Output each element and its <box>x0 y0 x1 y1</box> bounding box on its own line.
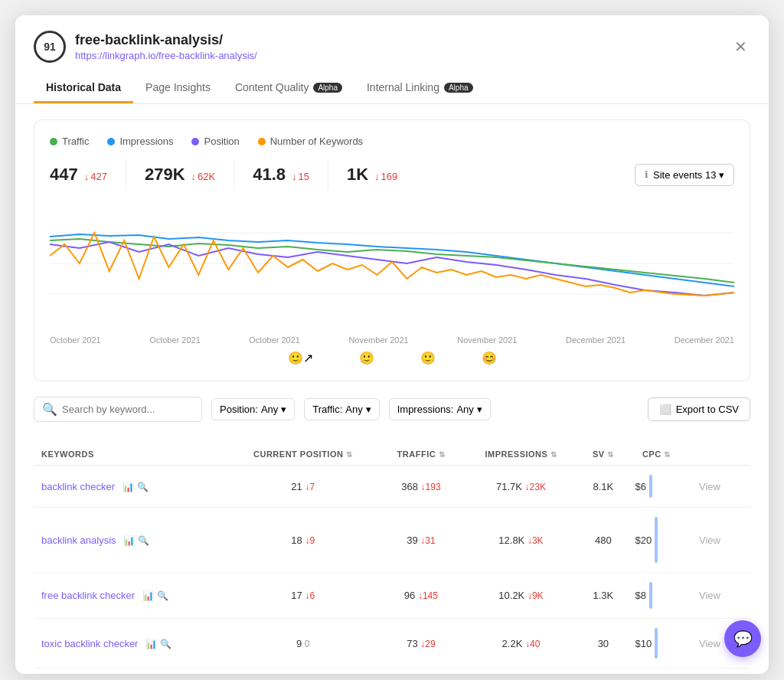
event-icon-2[interactable]: 🙂 <box>359 351 374 365</box>
chart-icon[interactable]: 📊 <box>145 639 157 649</box>
position-value: 18 <box>291 535 302 546</box>
traffic-change: ↓145 <box>418 590 438 601</box>
view-button[interactable]: View <box>693 635 727 652</box>
search-wrap[interactable]: 🔍 <box>34 397 202 422</box>
score-badge: 91 <box>34 31 66 63</box>
traffic-sort-icon[interactable]: ⇅ <box>439 450 446 459</box>
impressions-change: ↓40 <box>525 639 540 649</box>
col-sv: SV ⇅ <box>579 443 627 466</box>
position-value: 41.8 <box>253 165 286 185</box>
cpc-cell: $5 <box>628 669 685 675</box>
position-sort-icon[interactable]: ⇅ <box>346 450 353 459</box>
tab-historical-data[interactable]: Historical Data <box>34 74 133 103</box>
traffic-value: 368 <box>401 481 418 492</box>
traffic-value: 39 <box>407 535 417 546</box>
keyword-cell: backlink analysis 📊 🔍 <box>34 508 227 573</box>
search-icon[interactable]: 🔍 <box>137 482 149 492</box>
content-quality-badge: Alpha <box>313 83 342 93</box>
sv-value: 480 <box>595 535 612 546</box>
cpc-bar <box>649 582 652 609</box>
chat-button[interactable]: 💬 <box>724 620 761 657</box>
search-icon[interactable]: 🔍 <box>138 535 149 546</box>
tab-page-insights[interactable]: Page Insights <box>133 74 223 103</box>
keyword-link[interactable]: backlink analysis <box>41 535 116 546</box>
cpc-wrap: $8 <box>635 582 678 609</box>
keyword-cell: find toxic backlinks 📊 🔍 <box>34 669 227 675</box>
chart-area <box>50 202 734 325</box>
tab-internal-linking[interactable]: Internal Linking Alpha <box>354 74 485 103</box>
chart-legend: Traffic Impressions Position Number of K… <box>50 136 734 147</box>
modal-header: 91 free-backlink-analysis/ https://linkg… <box>15 15 769 104</box>
legend-impressions-dot <box>107 138 115 145</box>
export-button[interactable]: ⬜ Export to CSV <box>648 397 750 421</box>
view-button[interactable]: View <box>693 531 727 549</box>
position-filter-label: Position: <box>220 404 258 415</box>
event-icon-4[interactable]: 😊 <box>482 351 497 365</box>
sv-cell: 1.3K <box>579 573 627 619</box>
traffic-cell: 96 ↓145 <box>379 573 463 619</box>
traffic-change: ↓193 <box>421 482 441 492</box>
cpc-sort-icon[interactable]: ⇅ <box>664 450 671 459</box>
legend-keywords: Number of Keywords <box>258 136 363 147</box>
cpc-value: $10 <box>635 638 652 649</box>
tab-content-quality[interactable]: Content Quality Alpha <box>223 74 354 103</box>
chart-icon[interactable]: 📊 <box>122 482 134 492</box>
legend-position-label: Position <box>204 136 239 147</box>
filter-row: 🔍 Position: Any ▾ Traffic: Any ▾ Impress… <box>34 397 750 431</box>
cpc-wrap: $6 <box>635 475 678 498</box>
chart-icon[interactable]: 📊 <box>142 590 154 601</box>
sv-cell: 8.1K <box>579 466 627 508</box>
impressions-cell: 12.8K ↓3K <box>463 508 579 573</box>
header-top: 91 free-backlink-analysis/ https://linkg… <box>34 31 750 63</box>
col-keywords: KEYWORDS <box>34 443 227 466</box>
metric-position: 41.8 ↓15 <box>253 165 309 185</box>
impressions-sort-icon[interactable]: ⇅ <box>550 450 557 459</box>
view-button[interactable]: View <box>693 478 727 495</box>
cpc-cell: $6 <box>628 466 685 508</box>
legend-position: Position <box>191 136 239 147</box>
col-cpc: CPC ⇅ <box>628 443 685 466</box>
search-icon[interactable]: 🔍 <box>160 639 172 649</box>
export-icon: ⬜ <box>659 404 671 415</box>
search-input[interactable] <box>62 404 194 415</box>
chart-icon[interactable]: 📊 <box>123 535 135 546</box>
sv-sort-icon[interactable]: ⇅ <box>607 450 614 459</box>
impressions-cell: 2.2K ↓40 <box>463 619 579 669</box>
keyword-link[interactable]: free backlink checker <box>41 590 135 601</box>
event-icon-1[interactable]: 🙂↗ <box>288 351 313 365</box>
header-title-block: free-backlink-analysis/ https://linkgrap… <box>75 32 257 62</box>
traffic-filter[interactable]: Traffic: Any ▾ <box>304 398 379 420</box>
close-button[interactable]: ✕ <box>731 34 750 59</box>
search-icon: 🔍 <box>42 402 57 417</box>
event-icon-3[interactable]: 🙂 <box>420 351 436 365</box>
position-cell: 21 ↓7 <box>227 466 379 508</box>
table-body: backlink checker 📊 🔍 21 ↓7 368 ↓193 71.7… <box>34 466 750 675</box>
keyword-link[interactable]: backlink checker <box>41 481 115 492</box>
table-header: KEYWORDS CURRENT POSITION ⇅ TRAFFIC ⇅ IM… <box>34 443 750 466</box>
position-cell: 18 ↓9 <box>227 508 379 573</box>
traffic-cell: 73 ↓29 <box>379 619 463 669</box>
keywords-table: KEYWORDS CURRENT POSITION ⇅ TRAFFIC ⇅ IM… <box>34 443 750 674</box>
cpc-value: $20 <box>635 535 652 546</box>
x-label-4: November 2021 <box>348 335 408 345</box>
cpc-value: $8 <box>635 590 646 601</box>
view-cell: View <box>685 669 750 675</box>
impressions-cell: 10.2K ↓9K <box>463 573 579 619</box>
impressions-chevron-icon: ▾ <box>477 404 482 415</box>
view-button[interactable]: View <box>693 587 727 604</box>
x-label-7: December 2021 <box>675 335 734 345</box>
keyword-icons: 📊 🔍 <box>122 482 149 492</box>
site-events-button[interactable]: ℹ Site events 13 ▾ <box>635 164 734 186</box>
x-label-3: October 2021 <box>249 335 300 345</box>
search-icon[interactable]: 🔍 <box>157 590 168 601</box>
cpc-cell: $10 <box>628 619 685 669</box>
impressions-change: ↓3K <box>528 535 544 546</box>
legend-keywords-label: Number of Keywords <box>270 136 363 147</box>
page-url[interactable]: https://linkgraph.io/free-backlink-analy… <box>75 50 257 61</box>
keyword-link[interactable]: toxic backlink checker <box>41 638 138 649</box>
position-filter[interactable]: Position: Any ▾ <box>211 398 295 420</box>
position-value: 17 <box>291 590 302 601</box>
col-traffic: TRAFFIC ⇅ <box>379 443 463 466</box>
col-impressions: IMPRESSIONS ⇅ <box>463 443 579 466</box>
impressions-filter[interactable]: Impressions: Any ▾ <box>389 398 491 420</box>
